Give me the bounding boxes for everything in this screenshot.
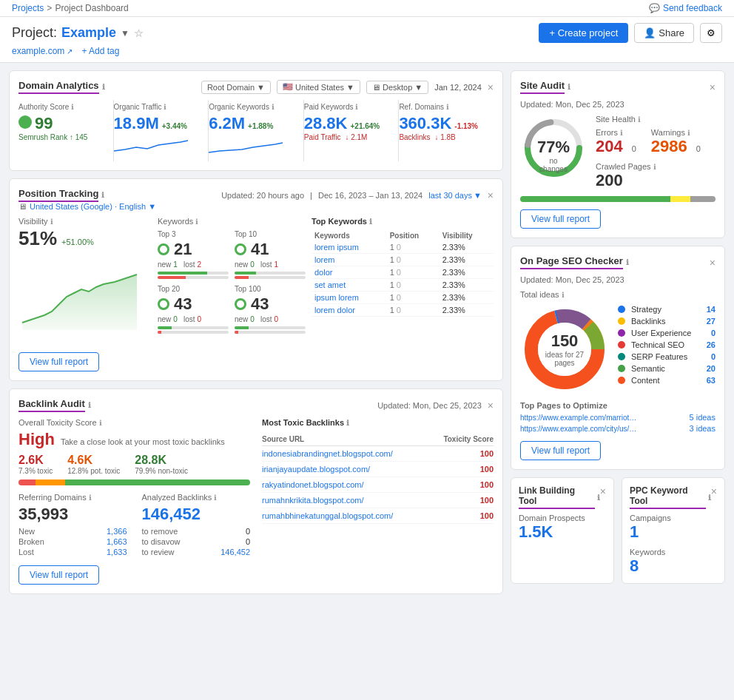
- breadcrumb-current: Project Dashboard: [55, 3, 128, 13]
- ops-legend-dot: [618, 329, 625, 337]
- ops-legend-dot: [618, 341, 625, 349]
- ba-ab-info[interactable]: ℹ: [214, 494, 217, 502]
- mtb-info-icon[interactable]: ℹ: [346, 419, 349, 427]
- da-country-dropdown[interactable]: 🇺🇸 United States ▼: [277, 80, 360, 94]
- sa-health-info[interactable]: ℹ: [638, 115, 641, 124]
- ppc-campaigns: Campaigns 1: [630, 514, 717, 542]
- ops-view-report-button[interactable]: View full report: [520, 441, 601, 460]
- ba-bar-orange: [36, 479, 65, 485]
- position-tracking-card: Position Tracking ℹ Updated: 20 hours ag…: [9, 178, 503, 381]
- pt-view-report-button[interactable]: View full report: [18, 352, 99, 371]
- ppc-card: PPC Keyword Tool ℹ × Campaigns 1 Keyword…: [622, 477, 725, 584]
- ba-view-report-button[interactable]: View full report: [18, 565, 99, 585]
- sa-close-button[interactable]: ×: [710, 81, 716, 93]
- ok-sparkline: [209, 136, 294, 158]
- ops-legend-dot: [618, 377, 625, 384]
- send-feedback-link[interactable]: 💬 Send feedback: [649, 3, 722, 13]
- ops-legend-item: Semantic20: [618, 364, 716, 373]
- sa-body: 77% no changes Site Health ℹ: [520, 115, 716, 190]
- ba-rd-new: New 1,366: [18, 527, 127, 536]
- settings-button[interactable]: ⚙: [700, 23, 722, 43]
- da-close-button[interactable]: ×: [488, 81, 494, 93]
- sa-warnings: Warnings ℹ 2986 0: [651, 128, 701, 156]
- add-tag-button[interactable]: + Add tag: [81, 46, 119, 56]
- ba-ab-disavow: to disavow 0: [142, 537, 251, 546]
- ba-close-button[interactable]: ×: [488, 400, 494, 411]
- pt-period-dropdown[interactable]: last 30 days ▼: [428, 191, 482, 200]
- tk-info-icon[interactable]: ℹ: [369, 218, 372, 226]
- lb-header: Link Building Tool ℹ ×: [519, 485, 606, 509]
- pt-title: Position Tracking ℹ: [18, 188, 104, 202]
- ba-left: Overall Toxicity Score ℹ High Take a clo…: [18, 418, 250, 558]
- ops-page-link[interactable]: https://www.example.com/marriott/country…: [520, 414, 639, 422]
- tk-col-visibility: Visibility: [440, 230, 494, 241]
- ba-analyzed-backlinks: Analyzed Backlinks ℹ 146,452 to remove 0: [142, 493, 251, 558]
- create-project-button[interactable]: + Create project: [539, 23, 628, 43]
- left-column: Domain Analytics ℹ Root Domain ▼ 🇺🇸 Unit…: [9, 70, 503, 594]
- ops-legend-item: User Experience0: [618, 329, 716, 337]
- auth-score-circle: [18, 115, 32, 129]
- pt-close-button[interactable]: ×: [488, 189, 494, 201]
- ops-page-link[interactable]: https://www.example.com/city/us/mcdonou.…: [520, 425, 639, 433]
- pk-info-icon[interactable]: ℹ: [355, 103, 358, 111]
- kw-info-icon[interactable]: ℹ: [195, 218, 198, 226]
- paid-traffic-sub: Paid Traffic ↓ 2.1M: [304, 133, 390, 141]
- sa-health-label-area: Site Health ℹ: [596, 115, 641, 124]
- ops-total-info[interactable]: ℹ: [562, 291, 565, 299]
- ppc-header: PPC Keyword Tool ℹ ×: [630, 485, 717, 509]
- pt-info-icon[interactable]: ℹ: [101, 191, 104, 199]
- domain-analytics-header: Domain Analytics ℹ Root Domain ▼ 🇺🇸 Unit…: [18, 80, 494, 94]
- pt-location-dropdown[interactable]: United States (Google) · English ▼: [30, 202, 156, 211]
- sa-view-report-button[interactable]: View full report: [520, 209, 601, 229]
- ba-info-icon[interactable]: ℹ: [88, 401, 91, 409]
- sa-errors-info[interactable]: ℹ: [620, 129, 623, 137]
- sa-bar-gray: [690, 196, 716, 202]
- desktop-icon: 🖥: [372, 83, 380, 92]
- da-device-dropdown[interactable]: 🖥 Desktop ▼: [366, 81, 428, 94]
- rd-info-icon[interactable]: ℹ: [446, 103, 449, 111]
- sa-info-icon[interactable]: ℹ: [568, 83, 570, 91]
- sa-crawled-info[interactable]: ℹ: [653, 163, 656, 171]
- tk-header: Top Keywords ℹ: [312, 217, 494, 226]
- da-controls: Root Domain ▼ 🇺🇸 United States ▼ 🖥 Deskt…: [201, 80, 494, 94]
- project-name[interactable]: Example: [61, 25, 116, 41]
- ot-info-icon[interactable]: ℹ: [164, 103, 166, 111]
- da-info-icon[interactable]: ℹ: [102, 83, 105, 91]
- sa-errors: Errors ℹ 204 0: [596, 128, 636, 156]
- vis-info-icon[interactable]: ℹ: [50, 218, 53, 226]
- ba-rd-label: Referring Domains ℹ: [18, 493, 127, 502]
- ba-rd-info[interactable]: ℹ: [89, 494, 92, 502]
- list-item: rakyatindonet.blogspot.com/100: [262, 477, 494, 493]
- domain-link[interactable]: example.com ↗: [12, 46, 73, 56]
- da-root-domain-dropdown[interactable]: Root Domain ▼: [201, 81, 271, 94]
- ok-info-icon[interactable]: ℹ: [272, 103, 275, 111]
- ba-overall-info[interactable]: ℹ: [99, 419, 102, 427]
- ops-close-button[interactable]: ×: [710, 257, 716, 269]
- header: Project: Example ▼ ☆ + Create project 👤 …: [0, 17, 734, 63]
- list-item: rumahbhinekatunggal.blogspot.com/100: [262, 508, 494, 524]
- lb-close-button[interactable]: ×: [600, 485, 606, 497]
- ops-legend-item: Content63: [618, 376, 716, 385]
- ba-bar-green: [65, 479, 250, 485]
- project-dropdown-icon[interactable]: ▼: [121, 28, 129, 38]
- breadcrumb-projects[interactable]: Projects: [12, 3, 44, 13]
- share-button[interactable]: 👤 Share: [634, 23, 694, 43]
- da-paid-keywords: Paid Keywords ℹ 28.8K +21.64% Paid Traff…: [304, 100, 400, 161]
- ops-header: On Page SEO Checker ℹ ×: [520, 255, 716, 269]
- ba-toxic: 2.6K 7.3% toxic: [18, 454, 53, 475]
- sa-stats: Site Health ℹ Errors ℹ 204: [596, 115, 716, 190]
- table-row: ipsum lorem1 02.33%: [312, 292, 494, 304]
- feedback-icon: 💬: [649, 3, 660, 13]
- project-label: Project:: [12, 25, 57, 41]
- sa-bar-green: [520, 196, 670, 202]
- ops-info-icon[interactable]: ℹ: [626, 258, 629, 266]
- header-row2: example.com ↗ + Add tag: [12, 46, 722, 56]
- ops-donut-chart: 150 ideas for 27 pages: [520, 305, 609, 394]
- ba-score-row: High Take a close look at your most toxi…: [18, 430, 250, 449]
- sa-warnings-info[interactable]: ℹ: [687, 129, 690, 137]
- ppc-close-button[interactable]: ×: [711, 485, 717, 497]
- as-info-icon[interactable]: ℹ: [71, 103, 74, 111]
- pt-header: Position Tracking ℹ Updated: 20 hours ag…: [18, 188, 494, 202]
- share-icon: 👤: [644, 27, 656, 38]
- project-star-icon[interactable]: ☆: [134, 27, 144, 39]
